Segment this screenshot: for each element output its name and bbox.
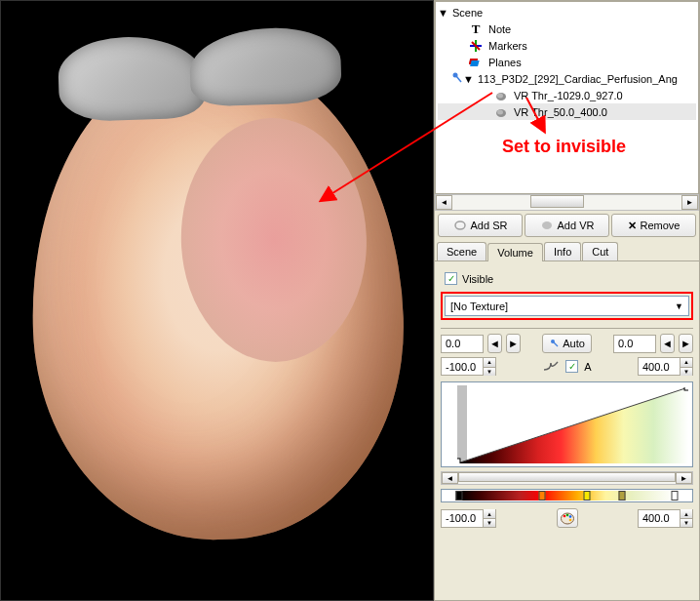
spin-up[interactable]: ▲ — [483, 509, 495, 518]
window-high-input[interactable] — [614, 338, 655, 349]
tree-label: Planes — [486, 57, 524, 68]
tab-bar: Scene Volume Info Cut — [435, 240, 699, 261]
alpha-checkbox[interactable]: ✓ — [565, 360, 578, 373]
spin-down[interactable]: ▼ — [680, 367, 692, 376]
svg-point-12 — [542, 221, 552, 229]
color-high-input[interactable] — [639, 512, 680, 524]
window-next-button[interactable]: ► — [506, 334, 521, 353]
scroll-track[interactable] — [452, 195, 681, 210]
close-icon: ✕ — [628, 220, 637, 232]
color-high-spinner[interactable]: ▲▼ — [638, 509, 693, 528]
color-map-strip[interactable] — [441, 489, 693, 502]
tree-item-markers[interactable]: Markers — [438, 37, 696, 54]
range-high-input[interactable] — [639, 361, 680, 373]
svg-rect-18 — [684, 387, 688, 390]
markers-icon — [468, 38, 484, 54]
add-sr-button[interactable]: Add SR — [438, 214, 523, 237]
visible-checkbox[interactable]: ✓ — [445, 272, 457, 285]
spin-up[interactable]: ▲ — [680, 509, 692, 518]
auto-button[interactable]: Auto — [542, 334, 592, 353]
vr-icon — [540, 218, 554, 233]
viewport-3d[interactable] — [0, 0, 434, 601]
tree-scrollbar[interactable]: ◄ ► — [435, 194, 699, 211]
range-row: ▲▼ ✓ A ▲▼ — [441, 355, 693, 378]
range-high-spinner[interactable]: ▲▼ — [638, 357, 693, 376]
tab-cut[interactable]: Cut — [582, 242, 618, 260]
window-prev-button[interactable]: ◄ — [487, 334, 502, 353]
scroll-thumb[interactable] — [458, 472, 676, 482]
action-buttons: Add SR Add VR ✕ Remove — [435, 211, 699, 240]
lut-scrollbar[interactable]: ◄ ► — [441, 471, 693, 485]
color-low-input[interactable] — [442, 512, 483, 524]
range-low-spinner[interactable]: ▲▼ — [441, 357, 496, 376]
window-high-spinner[interactable] — [613, 335, 656, 353]
alpha-label: A — [584, 361, 591, 373]
lut-editor[interactable] — [441, 381, 693, 467]
scroll-right-button[interactable]: ► — [676, 472, 692, 484]
tree-label: Note — [486, 23, 513, 35]
remove-button[interactable]: ✕ Remove — [611, 214, 696, 237]
divider — [441, 328, 693, 329]
lut-gradient[interactable] — [457, 387, 688, 463]
tree-label: VR Thr_50.0_400.0 — [512, 106, 609, 118]
add-vr-button[interactable]: Add VR — [525, 214, 609, 237]
tree-label: VR Thr_-1029.0_927.0 — [512, 90, 625, 101]
spin-down[interactable]: ▼ — [483, 367, 495, 376]
color-stop[interactable] — [672, 491, 679, 501]
svg-line-14 — [554, 342, 558, 346]
visible-row: ✓ Visible — [441, 269, 693, 288]
visible-label: Visible — [462, 273, 493, 285]
window-high-prev-button[interactable]: ◄ — [660, 334, 675, 353]
spin-up[interactable]: ▲ — [680, 358, 692, 367]
collapse-icon[interactable]: ▼ — [438, 7, 448, 18]
color-low-spinner[interactable]: ▲▼ — [441, 509, 496, 528]
scroll-left-button[interactable]: ◄ — [436, 195, 452, 210]
scroll-thumb[interactable] — [530, 195, 584, 208]
svg-point-11 — [455, 221, 465, 229]
color-stop[interactable] — [619, 491, 626, 501]
color-stop[interactable] — [584, 491, 591, 501]
range-low-input[interactable] — [442, 361, 483, 373]
color-stop[interactable] — [538, 491, 545, 501]
spin-up[interactable]: ▲ — [483, 358, 495, 367]
color-gradient — [459, 491, 675, 501]
scroll-right-button[interactable]: ► — [681, 195, 698, 210]
tree-item-vr1[interactable]: VR Thr_-1029.0_927.0 — [438, 87, 696, 103]
scroll-track[interactable] — [458, 472, 676, 484]
svg-point-10 — [497, 109, 503, 114]
tree-root-scene[interactable]: ▼ Scene — [438, 4, 696, 20]
texture-select[interactable]: [No Texture] ▼ — [445, 296, 689, 316]
tab-scene[interactable]: Scene — [437, 242, 486, 260]
svg-rect-17 — [457, 459, 460, 463]
window-low-spinner[interactable] — [441, 335, 484, 353]
window-low-input[interactable] — [442, 338, 483, 349]
palette-button[interactable] — [557, 508, 578, 528]
spin-down[interactable]: ▼ — [483, 518, 495, 527]
tree-label: Markers — [486, 40, 529, 52]
text-icon: T — [468, 21, 484, 37]
color-stop[interactable] — [456, 491, 463, 501]
scene-tree[interactable]: ▼ Scene T Note Markers Planes ▼ — [435, 1, 699, 194]
tree-item-vr2[interactable]: VR Thr_50.0_400.0 — [438, 103, 696, 120]
tree-label: Scene — [450, 7, 485, 19]
curve-icon[interactable] — [542, 359, 560, 375]
window-high-next-button[interactable]: ► — [679, 334, 693, 353]
spin-down[interactable]: ▼ — [680, 518, 692, 527]
svg-rect-4 — [470, 60, 480, 66]
tab-volume[interactable]: Volume — [487, 243, 543, 261]
volume-icon — [493, 88, 509, 103]
render-area[interactable] — [1, 1, 433, 600]
volume-render — [23, 56, 410, 546]
annotation-highlight: [No Texture] ▼ — [441, 292, 693, 320]
collapse-icon[interactable]: ▼ — [463, 73, 474, 84]
svg-line-6 — [456, 76, 461, 82]
tree-item-note[interactable]: T Note — [438, 20, 696, 37]
scroll-left-button[interactable]: ◄ — [442, 472, 458, 484]
tab-info[interactable]: Info — [544, 242, 581, 260]
sr-icon — [453, 218, 467, 233]
side-panel: ▼ Scene T Note Markers Planes ▼ — [434, 0, 700, 601]
planes-icon — [468, 55, 484, 70]
tree-item-planes[interactable]: Planes — [438, 54, 696, 70]
dropdown-icon: ▼ — [675, 301, 683, 311]
tree-item-study[interactable]: ▼ 113_P3D2_[292]_Cardiac_Perfusion_Ang — [438, 70, 696, 87]
